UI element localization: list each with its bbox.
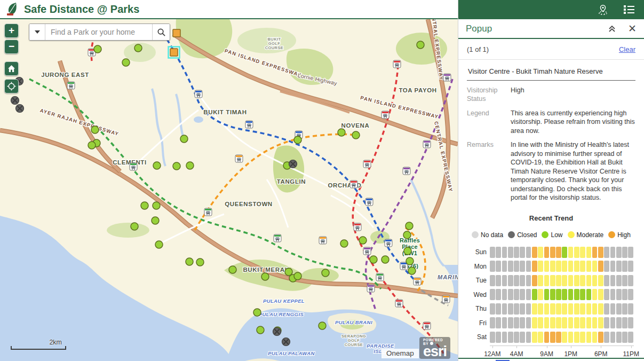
nparks-logo bbox=[5, 2, 19, 17]
park-marker-low[interactable] bbox=[152, 217, 159, 224]
park-marker-low[interactable] bbox=[406, 257, 414, 265]
trend-cell bbox=[490, 317, 495, 328]
park-marker-low[interactable] bbox=[408, 267, 416, 274]
map-label: NOVENA bbox=[341, 122, 370, 129]
trend-cell bbox=[496, 275, 501, 286]
park-marker-low[interactable] bbox=[359, 237, 367, 244]
day-label: Fri bbox=[468, 319, 487, 327]
park-marker-low[interactable] bbox=[134, 44, 142, 52]
trend-cell bbox=[502, 317, 507, 328]
home-button[interactable] bbox=[4, 61, 19, 76]
park-marker-low[interactable] bbox=[406, 222, 413, 230]
park-marker-low[interactable] bbox=[186, 258, 193, 265]
park-marker-low[interactable] bbox=[370, 256, 377, 263]
park-marker-low[interactable] bbox=[261, 273, 269, 280]
park-marker-low[interactable] bbox=[155, 241, 163, 248]
park-marker-closed[interactable] bbox=[16, 105, 24, 113]
trend-cell bbox=[592, 317, 598, 328]
trend-cell bbox=[604, 317, 609, 328]
mrt-station-icon bbox=[423, 322, 431, 329]
trend-cell bbox=[520, 317, 525, 328]
mrt-station-icon bbox=[376, 273, 384, 281]
search-source-dropdown[interactable] bbox=[29, 24, 45, 40]
park-marker-low[interactable] bbox=[88, 142, 96, 149]
trend-cell bbox=[592, 247, 598, 258]
mrt-station-icon bbox=[354, 223, 361, 231]
search-button[interactable] bbox=[152, 24, 170, 40]
park-marker-low[interactable] bbox=[338, 129, 345, 136]
axis-tick bbox=[547, 346, 547, 348]
park-marker-closed[interactable] bbox=[289, 160, 297, 168]
trend-cell bbox=[544, 275, 550, 286]
park-marker-low[interactable] bbox=[91, 126, 99, 134]
zoom-out-button[interactable]: − bbox=[4, 40, 19, 54]
trend-cell bbox=[508, 332, 513, 343]
trend-cell bbox=[544, 303, 550, 315]
esri-brand: esri bbox=[422, 346, 448, 358]
park-marker-low[interactable] bbox=[322, 269, 329, 277]
park-marker-closed[interactable] bbox=[11, 97, 19, 105]
selected-feature-marker[interactable] bbox=[170, 49, 178, 56]
trend-cell bbox=[604, 261, 609, 272]
field-label: Remarks bbox=[467, 140, 511, 202]
mrt-station-icon bbox=[385, 239, 392, 247]
trend-cell bbox=[598, 261, 603, 272]
search-input[interactable] bbox=[45, 24, 152, 40]
park-marker-low[interactable] bbox=[131, 223, 138, 230]
park-marker-low[interactable] bbox=[141, 202, 148, 209]
park-marker-low[interactable] bbox=[173, 162, 180, 170]
locator-widget-icon[interactable] bbox=[597, 4, 609, 15]
popup-pager: (1 of 1) bbox=[467, 45, 489, 53]
park-marker-closed[interactable] bbox=[273, 328, 281, 336]
basemap-svg[interactable]: JURONG EASTCLEMENTIBUKIT TIMAHTOA PAYOHN… bbox=[0, 19, 458, 361]
park-marker-low[interactable] bbox=[340, 240, 348, 247]
trend-cell bbox=[514, 317, 519, 328]
park-marker-low[interactable] bbox=[417, 41, 424, 49]
park-marker-low[interactable] bbox=[186, 162, 194, 169]
collapse-popup-button[interactable] bbox=[608, 25, 616, 33]
legend-label: Closed bbox=[517, 231, 537, 239]
clear-link[interactable]: Clear bbox=[619, 45, 635, 53]
search-icon bbox=[157, 28, 166, 37]
trend-row: Mon bbox=[468, 261, 634, 272]
trend-cell bbox=[502, 289, 507, 300]
trend-cell bbox=[610, 261, 616, 272]
day-label: Sun bbox=[468, 248, 487, 256]
legend-item: No data bbox=[472, 231, 503, 239]
park-marker-low[interactable] bbox=[153, 202, 160, 209]
park-marker-low[interactable] bbox=[403, 231, 411, 239]
park-marker-low[interactable] bbox=[229, 266, 236, 273]
park-marker-low[interactable] bbox=[153, 162, 161, 169]
park-marker-low[interactable] bbox=[94, 45, 101, 53]
park-marker-low[interactable] bbox=[180, 135, 188, 143]
day-label: Mon bbox=[468, 263, 487, 270]
park-marker-low[interactable] bbox=[257, 326, 264, 334]
trend-cell bbox=[610, 275, 616, 286]
close-popup-button[interactable]: ✕ bbox=[628, 23, 637, 34]
zoom-in-button[interactable]: + bbox=[4, 23, 19, 38]
feature-fields: Visitorship StatusHighLegendThis area is… bbox=[458, 81, 644, 208]
trend-cell bbox=[544, 247, 550, 258]
park-marker-low[interactable] bbox=[196, 258, 204, 266]
park-marker-low[interactable] bbox=[294, 272, 301, 280]
legend-swatch-icon bbox=[608, 231, 615, 238]
park-marker-entrance[interactable] bbox=[173, 29, 180, 37]
trend-cell bbox=[574, 261, 579, 272]
legend-list-icon[interactable] bbox=[623, 4, 635, 15]
mrt-station-icon bbox=[363, 247, 371, 255]
app-title: Safe Distance @ Parks bbox=[24, 3, 139, 15]
park-marker-closed[interactable] bbox=[282, 338, 290, 346]
park-marker-low[interactable] bbox=[404, 247, 411, 255]
park-marker-low[interactable] bbox=[122, 59, 130, 66]
park-marker-low[interactable] bbox=[294, 136, 301, 144]
park-marker-low[interactable] bbox=[352, 131, 360, 139]
park-marker-low[interactable] bbox=[253, 309, 261, 316]
trend-cell bbox=[502, 261, 507, 272]
locate-button[interactable] bbox=[4, 79, 19, 93]
park-marker-low[interactable] bbox=[319, 322, 326, 329]
trend-cell bbox=[532, 317, 537, 328]
trend-cell bbox=[514, 261, 519, 272]
trend-cell bbox=[598, 275, 603, 286]
park-marker-low[interactable] bbox=[381, 256, 389, 263]
map-canvas[interactable]: JURONG EASTCLEMENTIBUKIT TIMAHTOA PAYOHN… bbox=[0, 19, 458, 361]
